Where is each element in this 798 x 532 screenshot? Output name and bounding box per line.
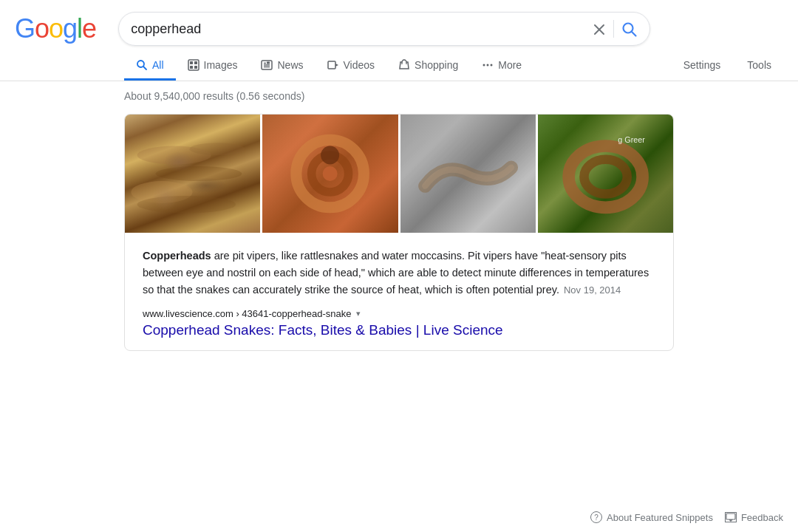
search-tab-icon (136, 59, 148, 71)
about-snippets-icon: ? (590, 511, 602, 523)
featured-snippet-card: g Greer Copperheads are pit vipers, like… (124, 114, 674, 351)
svg-point-31 (323, 166, 338, 181)
tab-shopping[interactable]: Shopping (386, 52, 470, 81)
snippet-description: Copperheads are pit vipers, like rattles… (143, 248, 655, 299)
header: Google copperhead (0, 0, 798, 46)
svg-point-33 (584, 160, 627, 194)
svg-rect-6 (188, 60, 199, 70)
svg-rect-15 (267, 62, 270, 64)
tab-videos[interactable]: Videos (316, 52, 387, 81)
tab-more[interactable]: More (470, 52, 533, 81)
svg-rect-8 (194, 61, 197, 64)
tab-images[interactable]: Images (176, 52, 250, 81)
svg-marker-36 (729, 519, 733, 522)
feedback-link[interactable]: Feedback (725, 512, 783, 523)
feedback-label: Feedback (741, 512, 783, 523)
tools-button[interactable]: Tools (735, 52, 783, 81)
clear-icon[interactable] (593, 21, 606, 37)
svg-point-23 (137, 146, 211, 165)
snippet-title[interactable]: Copperhead Snakes: Facts, Bites & Babies… (143, 322, 655, 338)
nav-settings-tools: Settings Tools (672, 52, 783, 81)
svg-rect-35 (726, 514, 735, 519)
tab-news[interactable]: News (249, 52, 315, 81)
more-tab-icon (482, 59, 494, 71)
svg-point-24 (156, 166, 242, 181)
images-tab-icon (188, 59, 200, 71)
tab-shopping-label: Shopping (415, 59, 458, 71)
tab-more-label: More (498, 59, 522, 71)
svg-rect-10 (194, 66, 197, 69)
svg-text:g Greer: g Greer (618, 135, 645, 144)
settings-label: Settings (683, 59, 721, 71)
search-bar-wrapper: copperhead (118, 12, 650, 46)
about-snippets-link[interactable]: ? About Featured Snippets (590, 511, 713, 523)
svg-point-26 (189, 143, 245, 155)
snippet-image-3[interactable] (400, 115, 538, 233)
tab-videos-label: Videos (344, 59, 375, 71)
tab-all-label: All (152, 59, 164, 71)
nav-tabs: All Images News Videos (0, 46, 798, 81)
snippet-image-2[interactable] (262, 115, 400, 233)
search-input-value: copperhead (131, 21, 593, 37)
svg-marker-17 (335, 64, 338, 66)
settings-button[interactable]: Settings (672, 52, 733, 81)
tab-news-label: News (277, 59, 303, 71)
svg-point-22 (491, 64, 493, 66)
shopping-tab-icon (398, 59, 410, 71)
search-bar[interactable]: copperhead (118, 12, 650, 46)
snippet-url: www.livescience.com › 43641-copperhead-s… (143, 308, 352, 319)
svg-line-3 (632, 31, 636, 35)
videos-tab-icon (327, 59, 339, 71)
google-logo: Google (15, 13, 96, 44)
svg-point-21 (487, 64, 489, 66)
tab-all[interactable]: All (124, 52, 176, 81)
svg-rect-7 (190, 61, 193, 64)
svg-point-20 (483, 64, 485, 66)
svg-rect-9 (190, 66, 193, 69)
news-tab-icon (261, 59, 273, 71)
snippet-image-1[interactable] (125, 115, 262, 233)
snippet-title-link[interactable]: Copperhead Snakes: Facts, Bites & Babies… (143, 322, 503, 338)
footer-bar: ? About Featured Snippets Feedback (576, 502, 798, 532)
svg-rect-16 (328, 61, 335, 69)
results-count: About 9,540,000 results (0.56 seconds) (0, 81, 798, 108)
feedback-icon (725, 512, 737, 522)
snippet-image-4[interactable]: g Greer (538, 115, 673, 233)
svg-line-5 (143, 66, 146, 69)
snippet-date: Nov 19, 2014 (564, 284, 621, 296)
snippet-body: Copperheads are pit vipers, like rattles… (125, 233, 673, 350)
snippet-images-row[interactable]: g Greer (125, 115, 673, 233)
tab-images-label: Images (204, 59, 238, 71)
svg-point-25 (131, 181, 192, 203)
search-divider (613, 20, 614, 38)
svg-point-30 (321, 146, 339, 165)
svg-point-27 (137, 196, 236, 213)
search-icon[interactable] (621, 20, 638, 38)
snippet-url-arrow[interactable]: ▾ (356, 309, 361, 318)
about-snippets-label: About Featured Snippets (607, 512, 713, 523)
search-bar-icons (593, 20, 638, 38)
snippet-bold-word: Copperheads (143, 250, 211, 262)
snippet-url-row: www.livescience.com › 43641-copperhead-s… (143, 308, 655, 319)
tools-label: Tools (747, 59, 771, 71)
